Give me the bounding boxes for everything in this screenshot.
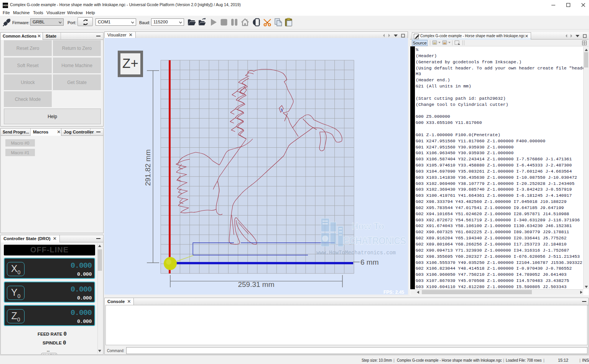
svg-text:259.31 mm: 259.31 mm <box>238 280 274 288</box>
svg-text:6 mm: 6 mm <box>360 258 379 266</box>
svg-text:FPS: 2.45: FPS: 2.45 <box>383 290 404 295</box>
svg-text:ECHATRONICS: ECHATRONICS <box>343 235 406 247</box>
svg-text:How To: How To <box>352 221 384 231</box>
svg-text:291.82 mm: 291.82 mm <box>144 149 152 186</box>
svg-text:www.HowToMechatronics.com: www.HowToMechatronics.com <box>316 250 396 256</box>
